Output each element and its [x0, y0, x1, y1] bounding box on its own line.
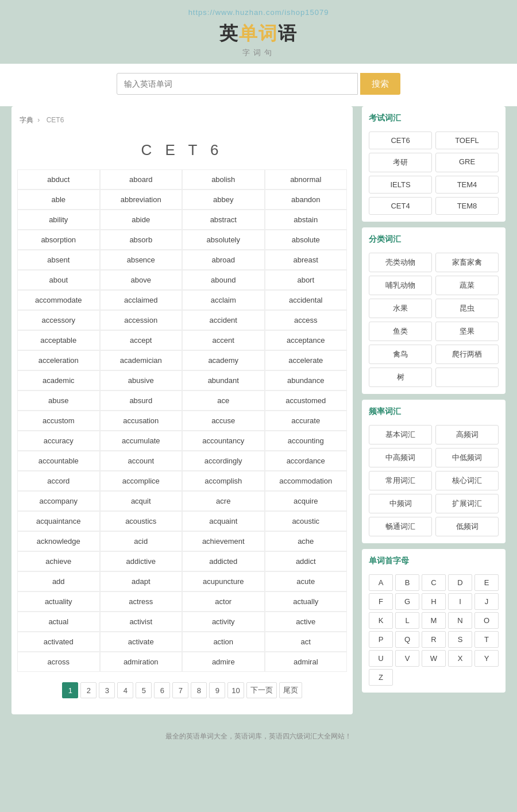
page-btn[interactable]: 4 [117, 682, 133, 698]
word-cell[interactable]: accustomed [265, 390, 348, 411]
word-cell[interactable]: accordance [265, 451, 348, 471]
word-cell[interactable]: absence [100, 250, 183, 270]
category-btn[interactable]: 昆虫 [435, 299, 499, 318]
last-page-btn[interactable]: 尾页 [279, 682, 302, 698]
word-cell[interactable]: accent [182, 330, 265, 350]
letter-btn[interactable]: W [422, 650, 446, 667]
category-btn[interactable]: 爬行两栖 [435, 345, 499, 364]
category-btn[interactable]: 坚果 [435, 322, 499, 341]
word-cell[interactable]: accept [100, 330, 183, 350]
word-cell[interactable]: accord [17, 471, 100, 491]
word-cell[interactable]: action [182, 632, 265, 652]
word-cell[interactable]: accustom [17, 411, 100, 431]
letter-btn[interactable]: E [474, 574, 499, 591]
word-cell[interactable]: admire [182, 652, 265, 672]
word-cell[interactable]: acclaimed [100, 290, 183, 310]
word-cell[interactable]: abbey [182, 190, 265, 210]
search-input[interactable] [117, 73, 358, 95]
word-cell[interactable]: acceptance [265, 330, 348, 350]
next-page-btn[interactable]: 下一页 [246, 682, 277, 698]
exam-btn[interactable]: TEM4 [435, 176, 499, 194]
letter-btn[interactable]: I [448, 593, 472, 610]
word-cell[interactable]: accountable [17, 451, 100, 471]
category-btn[interactable]: 家畜家禽 [435, 253, 499, 272]
word-cell[interactable]: active [265, 612, 348, 632]
word-cell[interactable]: actress [100, 591, 183, 612]
word-cell[interactable]: acoustics [100, 511, 183, 531]
word-cell[interactable]: ace [182, 390, 265, 411]
word-cell[interactable]: acceleration [17, 350, 100, 370]
word-cell[interactable]: accurate [265, 411, 348, 431]
word-cell[interactable]: above [100, 270, 183, 290]
word-cell[interactable]: actual [17, 612, 100, 632]
category-btn[interactable]: 禽鸟 [369, 345, 432, 364]
word-cell[interactable]: about [17, 270, 100, 290]
word-cell[interactable]: acre [182, 491, 265, 511]
word-cell[interactable]: acquire [265, 491, 348, 511]
word-cell[interactable]: accounting [265, 431, 348, 451]
word-cell[interactable]: accuse [182, 411, 265, 431]
word-cell[interactable]: accommodation [265, 471, 348, 491]
word-cell[interactable]: abusive [100, 370, 183, 390]
page-btn[interactable]: 10 [227, 682, 244, 698]
word-cell[interactable]: access [265, 310, 348, 330]
word-cell[interactable]: academic [17, 370, 100, 390]
category-btn[interactable]: 壳类动物 [369, 253, 432, 272]
word-cell[interactable]: aboard [100, 169, 183, 190]
word-cell[interactable]: acquaint [182, 511, 265, 531]
breadcrumb-home[interactable]: 字典 [20, 116, 33, 124]
word-cell[interactable]: abuse [17, 390, 100, 411]
word-cell[interactable]: acquaintance [17, 511, 100, 531]
freq-btn[interactable]: 中低频词 [435, 448, 499, 467]
word-cell[interactable]: actually [265, 591, 348, 612]
word-cell[interactable]: abundant [182, 370, 265, 390]
word-cell[interactable]: abstain [265, 210, 348, 230]
word-cell[interactable]: abduct [17, 169, 100, 190]
word-cell[interactable]: achievement [182, 531, 265, 551]
word-cell[interactable]: add [17, 571, 100, 591]
page-btn[interactable]: 7 [172, 682, 188, 698]
freq-btn[interactable]: 中频词 [369, 494, 432, 513]
letter-btn[interactable]: J [474, 593, 499, 610]
category-btn[interactable]: 水果 [369, 299, 432, 318]
word-cell[interactable]: activist [100, 612, 183, 632]
word-cell[interactable]: activity [182, 612, 265, 632]
letter-btn[interactable]: F [369, 593, 393, 610]
word-cell[interactable]: accusation [100, 411, 183, 431]
word-cell[interactable]: abroad [182, 250, 265, 270]
category-btn[interactable]: 鱼类 [369, 322, 432, 341]
word-cell[interactable]: able [17, 190, 100, 210]
page-btn[interactable]: 1 [62, 682, 78, 698]
word-cell[interactable]: acclaim [182, 290, 265, 310]
word-cell[interactable]: accompany [17, 491, 100, 511]
letter-btn[interactable]: Z [369, 669, 393, 686]
letter-btn[interactable]: A [369, 574, 393, 591]
word-cell[interactable]: academician [100, 350, 183, 370]
word-cell[interactable]: abandon [265, 190, 348, 210]
word-cell[interactable]: accident [182, 310, 265, 330]
exam-btn[interactable]: IELTS [369, 176, 432, 194]
word-cell[interactable]: abort [265, 270, 348, 290]
word-cell[interactable]: absolute [265, 230, 348, 250]
word-cell[interactable]: accuracy [17, 431, 100, 451]
word-cell[interactable]: actor [182, 591, 265, 612]
word-cell[interactable]: abide [100, 210, 183, 230]
word-cell[interactable]: acknowledge [17, 531, 100, 551]
word-cell[interactable]: absurd [100, 390, 183, 411]
exam-btn[interactable]: GRE [435, 153, 499, 172]
word-cell[interactable]: addictive [100, 551, 183, 571]
freq-btn[interactable]: 中高频词 [369, 448, 432, 467]
letter-btn[interactable]: L [395, 612, 419, 629]
word-cell[interactable]: account [100, 451, 183, 471]
exam-btn[interactable]: CET6 [369, 132, 432, 149]
word-cell[interactable]: accomplish [182, 471, 265, 491]
page-btn[interactable]: 6 [154, 682, 170, 698]
page-btn[interactable]: 8 [191, 682, 207, 698]
exam-btn[interactable]: 考研 [369, 153, 432, 172]
word-cell[interactable]: addicted [182, 551, 265, 571]
word-cell[interactable]: absorb [100, 230, 183, 250]
page-btn[interactable]: 9 [209, 682, 225, 698]
freq-btn[interactable]: 基本词汇 [369, 425, 432, 444]
word-cell[interactable]: activate [100, 632, 183, 652]
letter-btn[interactable]: S [448, 631, 472, 648]
